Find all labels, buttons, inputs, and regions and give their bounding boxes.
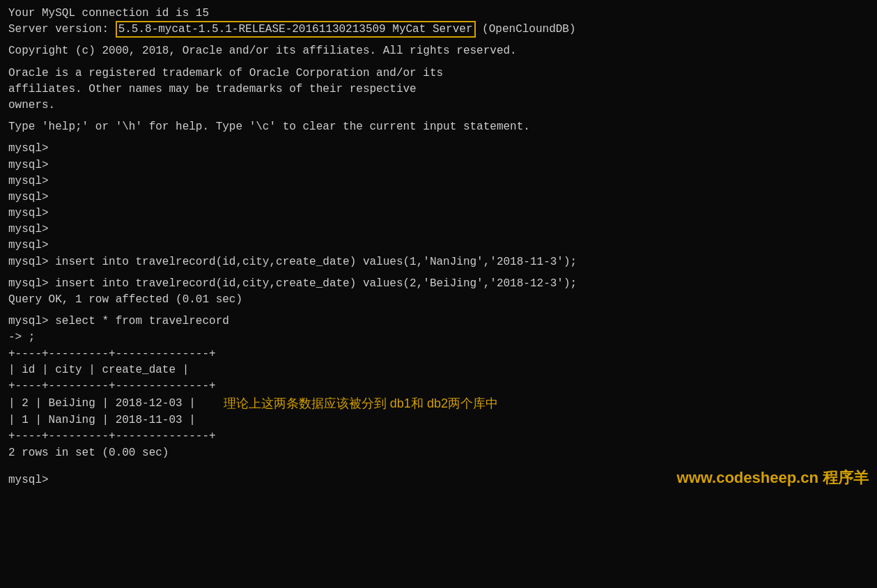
mysql-prompt-1: mysql> xyxy=(8,141,869,157)
table-sep-2: +----+---------+--------------+ xyxy=(8,378,869,394)
table-data-row-2: | 1 | NanJing | 2018-11-03 | xyxy=(8,412,869,428)
oracle-line-2: affiliates. Other names may be trademark… xyxy=(8,82,869,98)
select-continuation: -> ; xyxy=(8,330,869,346)
mysql-prompt-7: mysql> xyxy=(8,238,869,254)
watermark-label: www.codesheep.cn 程序羊 xyxy=(677,467,869,489)
insert-command-2: mysql> insert into travelrecord(id,city,… xyxy=(8,276,869,292)
query-ok-2: Query OK, 1 row affected (0.01 sec) xyxy=(8,292,869,308)
mysql-prompt-5: mysql> xyxy=(8,206,869,222)
mysql-prompt-2: mysql> xyxy=(8,157,869,173)
terminal-window: Your MySQL connection id is 15 Server ve… xyxy=(8,6,869,489)
final-mysql-prompt: mysql> xyxy=(8,472,49,488)
table-sep-1: +----+---------+--------------+ xyxy=(8,346,869,362)
table-data-row-1: | 2 | BeiJing | 2018-12-03 | 理论上这两条数据应该被… xyxy=(8,394,869,412)
server-suffix: (OpenCloundDB) xyxy=(476,23,576,36)
table-area: +----+---------+--------------+ | id | c… xyxy=(8,346,869,445)
final-prompt-line: mysql> www.codesheep.cn 程序羊 xyxy=(8,467,869,489)
annotation-label: 理论上这两条数据应该被分到 db1和 db2两个库中 xyxy=(224,394,498,412)
help-line: Type 'help;' or '\h' for help. Type '\c'… xyxy=(8,119,869,135)
mysql-prompt-6: mysql> xyxy=(8,222,869,238)
insert-command-1: mysql> insert into travelrecord(id,city,… xyxy=(8,254,869,270)
version-highlight: 5.5.8-mycat-1.5.1-RELEASE-20161130213509… xyxy=(116,21,476,38)
connection-id-line: Your MySQL connection id is 15 xyxy=(8,6,869,22)
table-header-row: | id | city | create_date | xyxy=(8,362,869,378)
mysql-prompt-4: mysql> xyxy=(8,189,869,206)
oracle-line-1: Oracle is a registered trademark of Orac… xyxy=(8,65,869,82)
mysql-prompt-3: mysql> xyxy=(8,173,869,189)
copyright-line: Copyright (c) 2000, 2018, Oracle and/or … xyxy=(8,43,869,59)
server-label: Server version: xyxy=(8,23,116,36)
oracle-line-3: owners. xyxy=(8,98,869,114)
rows-in-set: 2 rows in set (0.00 sec) xyxy=(8,445,869,461)
table-sep-3: +----+---------+--------------+ xyxy=(8,428,869,444)
connection-text: Your MySQL connection id is 15 xyxy=(8,7,209,20)
select-command: mysql> select * from travelrecord xyxy=(8,314,869,330)
server-version-line: Server version: 5.5.8-mycat-1.5.1-RELEAS… xyxy=(8,22,869,38)
